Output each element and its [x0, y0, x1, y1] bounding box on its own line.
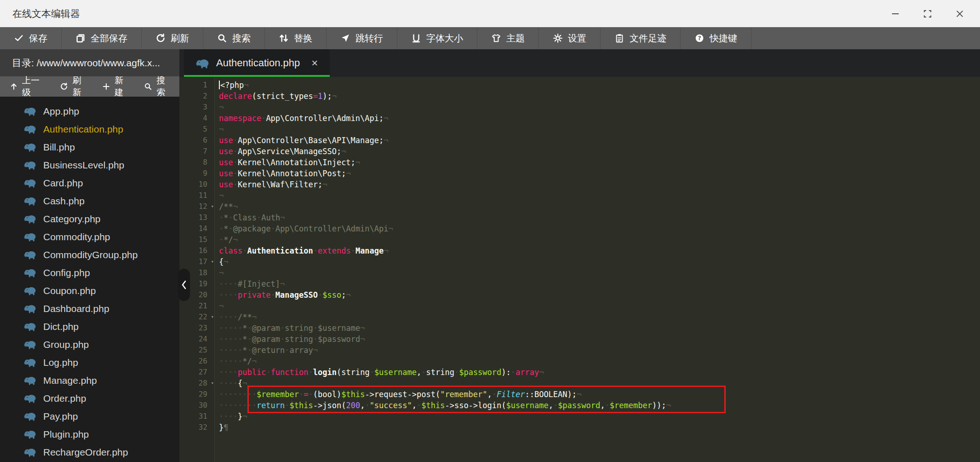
toolbar-button-label: 刷新: [171, 32, 189, 45]
file-name: Coupon.php: [43, 285, 96, 296]
toolbar-button-goto-line[interactable]: 跳转行: [327, 27, 397, 49]
code-line: ¬: [219, 300, 980, 312]
sidebar-action-up-level[interactable]: 上一级: [3, 76, 53, 97]
fold-toggle-icon[interactable]: ▾: [211, 378, 214, 389]
help-icon: ?: [694, 33, 705, 43]
line-number: 24: [179, 334, 214, 345]
toolbar-button-label: 字体大小: [426, 32, 463, 45]
toolbar-button-shortcuts[interactable]: ?快捷键: [681, 27, 751, 49]
window-controls: [885, 4, 980, 24]
php-elephant-icon: [24, 160, 36, 170]
file-sidebar: 目录: /www/wwwroot/www.agfk.x... 上一级刷新新建搜索…: [0, 49, 179, 462]
php-elephant-icon: [24, 196, 36, 206]
file-name: Commodity.php: [43, 231, 110, 243]
file-name: App.php: [43, 106, 79, 117]
line-number: 25: [179, 345, 214, 356]
file-item-card-php[interactable]: Card.php: [0, 174, 179, 192]
file-name: RechargeOrder.php: [43, 447, 128, 458]
file-item-businesslevel-php[interactable]: BusinessLevel.php: [0, 156, 179, 174]
refresh-icon: [60, 82, 68, 91]
line-number: 6: [179, 135, 214, 146]
file-name: Manage.php: [43, 375, 97, 386]
close-button[interactable]: [950, 4, 970, 24]
line-number: 22▾: [179, 312, 214, 323]
file-item-manage-php[interactable]: Manage.php: [0, 371, 179, 389]
minimize-button[interactable]: [885, 4, 905, 24]
php-elephant-icon: [196, 58, 209, 69]
code-line: ¬: [219, 124, 980, 135]
line-number: 1: [179, 80, 214, 91]
tab-close-icon[interactable]: ×: [311, 58, 318, 69]
directory-path: 目录: /www/wwwroot/www.agfk.x...: [0, 49, 179, 76]
code-line: ····private·ManageSSO·$sso;¬: [219, 289, 980, 300]
toolbar-button-label: 保存: [29, 32, 47, 45]
file-item-group-php[interactable]: Group.php: [0, 335, 179, 353]
toolbar-button-search[interactable]: 搜索: [203, 27, 265, 49]
file-item-order-php[interactable]: Order.php: [0, 389, 179, 407]
file-item-dashboard-php[interactable]: Dashboard.php: [0, 300, 179, 318]
line-number: 3: [179, 102, 214, 113]
sidebar-collapse-handle[interactable]: [178, 269, 190, 301]
file-item-log-php[interactable]: Log.php: [0, 353, 179, 371]
file-item-coupon-php[interactable]: Coupon.php: [0, 282, 179, 300]
file-item-plugin-php[interactable]: Plugin.php: [0, 425, 179, 443]
toolbar-button-save-all[interactable]: 全部保存: [62, 27, 142, 49]
tab-authentication-php[interactable]: Authentication.php ×: [184, 49, 330, 77]
line-number: 15: [179, 234, 214, 245]
sidebar-action-search[interactable]: 搜索: [137, 76, 179, 97]
fold-toggle-icon[interactable]: ▾: [211, 256, 214, 267]
php-elephant-icon: [24, 447, 36, 457]
file-item-commodity-php[interactable]: Commodity.php: [0, 228, 179, 246]
php-elephant-icon: [24, 322, 36, 331]
toolbar-button-label: 跳转行: [355, 32, 383, 45]
file-name: Config.php: [43, 267, 90, 278]
file-item-cash-php[interactable]: Cash.php: [0, 192, 179, 210]
file-name: Card.php: [43, 178, 83, 189]
toolbar-button-replace[interactable]: 替换: [265, 27, 327, 49]
file-item-rechargeorder-php[interactable]: RechargeOrder.php: [0, 443, 179, 461]
gear-icon: [553, 33, 563, 43]
file-item-commoditygroup-php[interactable]: CommodityGroup.php: [0, 246, 179, 264]
toolbar-button-save[interactable]: 保存: [0, 27, 62, 49]
file-item-dict-php[interactable]: Dict.php: [0, 318, 179, 335]
tab-label: Authentication.php: [216, 57, 300, 69]
php-elephant-icon: [24, 214, 36, 224]
file-name: Group.php: [43, 339, 89, 350]
line-number: 11: [179, 190, 214, 201]
file-item-category-php[interactable]: Category.php: [0, 210, 179, 228]
sidebar-action-refresh[interactable]: 刷新: [53, 76, 95, 97]
toolbar-button-file-footprint[interactable]: 文件足迹: [601, 27, 681, 49]
toolbar-button-font-size[interactable]: 字体大小: [397, 27, 477, 49]
text-cursor: [219, 81, 220, 89]
code-line: ¬: [219, 102, 980, 113]
php-elephant-icon: [24, 340, 36, 349]
arrow-up-icon: [10, 82, 18, 91]
code-line: ····#[Inject]¬: [219, 278, 980, 289]
php-elephant-icon: [24, 232, 36, 242]
toolbar-button-refresh[interactable]: 刷新: [142, 27, 203, 49]
line-number: 26: [179, 356, 214, 367]
file-name: BusinessLevel.php: [43, 160, 124, 171]
toolbar-button-label: 替换: [294, 32, 312, 45]
file-item-pay-php[interactable]: Pay.php: [0, 407, 179, 425]
chevron-left-icon: [181, 280, 187, 290]
line-number: 2: [179, 91, 214, 102]
save-icon: [14, 33, 24, 43]
file-item-config-php[interactable]: Config.php: [0, 264, 179, 282]
font-size-icon: [411, 33, 421, 43]
maximize-button[interactable]: [917, 4, 938, 24]
file-name: Bill.php: [43, 142, 75, 153]
fold-toggle-icon[interactable]: ▾: [211, 201, 214, 212]
file-item-bill-php[interactable]: Bill.php: [0, 138, 179, 156]
file-item-authentication-php[interactable]: Authentication.php: [0, 120, 179, 138]
fold-toggle-icon[interactable]: ▾: [211, 312, 214, 323]
toolbar-button-theme[interactable]: 主题: [477, 27, 539, 49]
sidebar-action-new[interactable]: 新建: [95, 76, 138, 97]
code-line: ·*·@package·App\Controller\Admin\Api¬: [219, 223, 980, 234]
file-item-app-php[interactable]: App.php: [0, 102, 179, 120]
minimize-icon: [890, 9, 900, 19]
window-title: 在线文本编辑器: [0, 7, 80, 20]
toolbar-button-settings[interactable]: 设置: [539, 27, 601, 49]
code-line: ·····*·@param·string·$username¬: [219, 323, 980, 334]
file-name: Authentication.php: [43, 124, 123, 135]
